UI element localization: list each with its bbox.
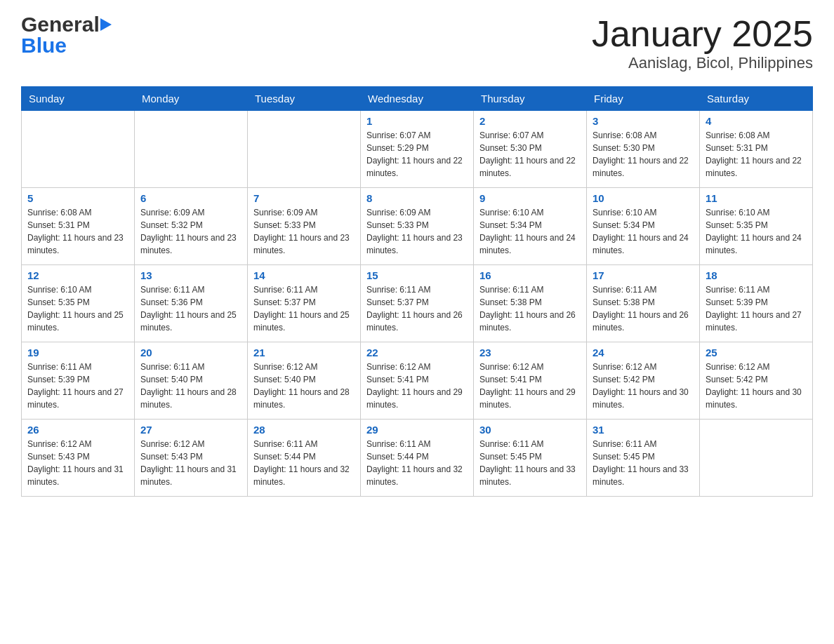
day-number: 11: [706, 192, 807, 204]
calendar-cell: 29Sunrise: 6:11 AM Sunset: 5:44 PM Dayli…: [361, 420, 474, 497]
day-number: 14: [253, 269, 355, 281]
calendar-header-saturday: Saturday: [700, 87, 813, 111]
day-info: Sunrise: 6:12 AM Sunset: 5:43 PM Dayligh…: [140, 438, 241, 488]
day-info: Sunrise: 6:12 AM Sunset: 5:40 PM Dayligh…: [253, 361, 355, 411]
day-number: 13: [140, 269, 241, 281]
day-info: Sunrise: 6:12 AM Sunset: 5:42 PM Dayligh…: [593, 361, 694, 411]
day-number: 22: [366, 347, 468, 358]
calendar-cell: 4Sunrise: 6:08 AM Sunset: 5:31 PM Daylig…: [700, 111, 813, 188]
calendar-cell: 13Sunrise: 6:11 AM Sunset: 5:36 PM Dayli…: [135, 265, 248, 342]
day-info: Sunrise: 6:12 AM Sunset: 5:41 PM Dayligh…: [479, 361, 581, 411]
calendar-cell: 27Sunrise: 6:12 AM Sunset: 5:43 PM Dayli…: [135, 420, 248, 497]
day-number: 2: [479, 115, 581, 127]
calendar-cell: 9Sunrise: 6:10 AM Sunset: 5:34 PM Daylig…: [474, 188, 587, 265]
day-info: Sunrise: 6:11 AM Sunset: 5:39 PM Dayligh…: [706, 283, 807, 334]
calendar-cell: 19Sunrise: 6:11 AM Sunset: 5:39 PM Dayli…: [22, 342, 135, 420]
day-info: Sunrise: 6:08 AM Sunset: 5:31 PM Dayligh…: [706, 129, 807, 180]
calendar-header-tuesday: Tuesday: [248, 87, 361, 111]
day-number: 8: [366, 192, 468, 204]
calendar-cell: 8Sunrise: 6:09 AM Sunset: 5:33 PM Daylig…: [361, 188, 474, 265]
day-info: Sunrise: 6:09 AM Sunset: 5:33 PM Dayligh…: [253, 206, 355, 257]
logo-triangle-icon: [100, 18, 112, 31]
calendar-cell: [700, 420, 813, 497]
day-number: 1: [366, 115, 468, 127]
calendar-header-sunday: Sunday: [22, 87, 135, 111]
calendar-cell: 21Sunrise: 6:12 AM Sunset: 5:40 PM Dayli…: [248, 342, 361, 420]
month-title: January 2025: [592, 14, 813, 54]
day-info: Sunrise: 6:11 AM Sunset: 5:37 PM Dayligh…: [253, 283, 355, 334]
calendar-header-wednesday: Wednesday: [361, 87, 474, 111]
calendar-week-row-2: 5Sunrise: 6:08 AM Sunset: 5:31 PM Daylig…: [22, 188, 813, 265]
calendar-cell: 31Sunrise: 6:11 AM Sunset: 5:45 PM Dayli…: [587, 420, 700, 497]
calendar-cell: 17Sunrise: 6:11 AM Sunset: 5:38 PM Dayli…: [587, 265, 700, 342]
calendar-cell: [135, 111, 248, 188]
day-number: 18: [706, 269, 807, 281]
day-number: 6: [140, 192, 241, 204]
day-number: 28: [253, 424, 355, 436]
day-info: Sunrise: 6:09 AM Sunset: 5:33 PM Dayligh…: [366, 206, 468, 257]
day-info: Sunrise: 6:11 AM Sunset: 5:38 PM Dayligh…: [593, 283, 694, 334]
calendar-table: SundayMondayTuesdayWednesdayThursdayFrid…: [21, 86, 813, 497]
day-info: Sunrise: 6:11 AM Sunset: 5:37 PM Dayligh…: [366, 283, 468, 334]
calendar-week-row-3: 12Sunrise: 6:10 AM Sunset: 5:35 PM Dayli…: [22, 265, 813, 342]
day-number: 27: [140, 424, 241, 436]
calendar-cell: [22, 111, 135, 188]
title-section: January 2025 Aanislag, Bicol, Philippine…: [592, 14, 813, 72]
day-info: Sunrise: 6:09 AM Sunset: 5:32 PM Dayligh…: [140, 206, 241, 257]
logo-general-text: General: [21, 14, 100, 35]
day-number: 10: [593, 192, 694, 204]
logo-blue-text: Blue: [21, 34, 67, 57]
day-number: 26: [27, 424, 128, 436]
day-number: 19: [27, 347, 128, 358]
calendar-cell: 2Sunrise: 6:07 AM Sunset: 5:30 PM Daylig…: [474, 111, 587, 188]
calendar-cell: 1Sunrise: 6:07 AM Sunset: 5:29 PM Daylig…: [361, 111, 474, 188]
day-number: 17: [593, 269, 694, 281]
day-number: 30: [479, 424, 581, 436]
calendar-cell: 16Sunrise: 6:11 AM Sunset: 5:38 PM Dayli…: [474, 265, 587, 342]
calendar-cell: 22Sunrise: 6:12 AM Sunset: 5:41 PM Dayli…: [361, 342, 474, 420]
logo: General Blue: [21, 14, 112, 56]
day-info: Sunrise: 6:10 AM Sunset: 5:34 PM Dayligh…: [479, 206, 581, 257]
calendar-cell: 23Sunrise: 6:12 AM Sunset: 5:41 PM Dayli…: [474, 342, 587, 420]
calendar-cell: 11Sunrise: 6:10 AM Sunset: 5:35 PM Dayli…: [700, 188, 813, 265]
day-info: Sunrise: 6:08 AM Sunset: 5:31 PM Dayligh…: [27, 206, 128, 257]
day-number: 15: [366, 269, 468, 281]
calendar-cell: 3Sunrise: 6:08 AM Sunset: 5:30 PM Daylig…: [587, 111, 700, 188]
calendar-cell: 10Sunrise: 6:10 AM Sunset: 5:34 PM Dayli…: [587, 188, 700, 265]
calendar-header-friday: Friday: [587, 87, 700, 111]
day-number: 7: [253, 192, 355, 204]
day-number: 5: [27, 192, 128, 204]
calendar-cell: 12Sunrise: 6:10 AM Sunset: 5:35 PM Dayli…: [22, 265, 135, 342]
calendar-cell: 25Sunrise: 6:12 AM Sunset: 5:42 PM Dayli…: [700, 342, 813, 420]
day-number: 24: [593, 347, 694, 358]
day-info: Sunrise: 6:10 AM Sunset: 5:35 PM Dayligh…: [706, 206, 807, 257]
calendar-cell: 24Sunrise: 6:12 AM Sunset: 5:42 PM Dayli…: [587, 342, 700, 420]
calendar-cell: 30Sunrise: 6:11 AM Sunset: 5:45 PM Dayli…: [474, 420, 587, 497]
day-number: 29: [366, 424, 468, 436]
day-number: 25: [706, 347, 807, 358]
day-info: Sunrise: 6:08 AM Sunset: 5:30 PM Dayligh…: [593, 129, 694, 180]
day-info: Sunrise: 6:11 AM Sunset: 5:44 PM Dayligh…: [366, 438, 468, 488]
day-number: 16: [479, 269, 581, 281]
day-info: Sunrise: 6:07 AM Sunset: 5:29 PM Dayligh…: [366, 129, 468, 180]
calendar-week-row-5: 26Sunrise: 6:12 AM Sunset: 5:43 PM Dayli…: [22, 420, 813, 497]
day-number: 3: [593, 115, 694, 127]
calendar-header-monday: Monday: [135, 87, 248, 111]
day-number: 4: [706, 115, 807, 127]
calendar-cell: 14Sunrise: 6:11 AM Sunset: 5:37 PM Dayli…: [248, 265, 361, 342]
calendar-cell: 7Sunrise: 6:09 AM Sunset: 5:33 PM Daylig…: [248, 188, 361, 265]
calendar-cell: 18Sunrise: 6:11 AM Sunset: 5:39 PM Dayli…: [700, 265, 813, 342]
day-info: Sunrise: 6:11 AM Sunset: 5:45 PM Dayligh…: [593, 438, 694, 488]
day-info: Sunrise: 6:11 AM Sunset: 5:38 PM Dayligh…: [479, 283, 581, 334]
day-number: 9: [479, 192, 581, 204]
calendar-header-thursday: Thursday: [474, 87, 587, 111]
day-info: Sunrise: 6:11 AM Sunset: 5:45 PM Dayligh…: [479, 438, 581, 488]
day-info: Sunrise: 6:12 AM Sunset: 5:41 PM Dayligh…: [366, 361, 468, 411]
day-info: Sunrise: 6:11 AM Sunset: 5:40 PM Dayligh…: [140, 361, 241, 411]
calendar-cell: 28Sunrise: 6:11 AM Sunset: 5:44 PM Dayli…: [248, 420, 361, 497]
calendar-cell: 6Sunrise: 6:09 AM Sunset: 5:32 PM Daylig…: [135, 188, 248, 265]
calendar-header-row: SundayMondayTuesdayWednesdayThursdayFrid…: [22, 87, 813, 111]
day-info: Sunrise: 6:11 AM Sunset: 5:44 PM Dayligh…: [253, 438, 355, 488]
day-info: Sunrise: 6:07 AM Sunset: 5:30 PM Dayligh…: [479, 129, 581, 180]
location-title: Aanislag, Bicol, Philippines: [592, 54, 813, 72]
